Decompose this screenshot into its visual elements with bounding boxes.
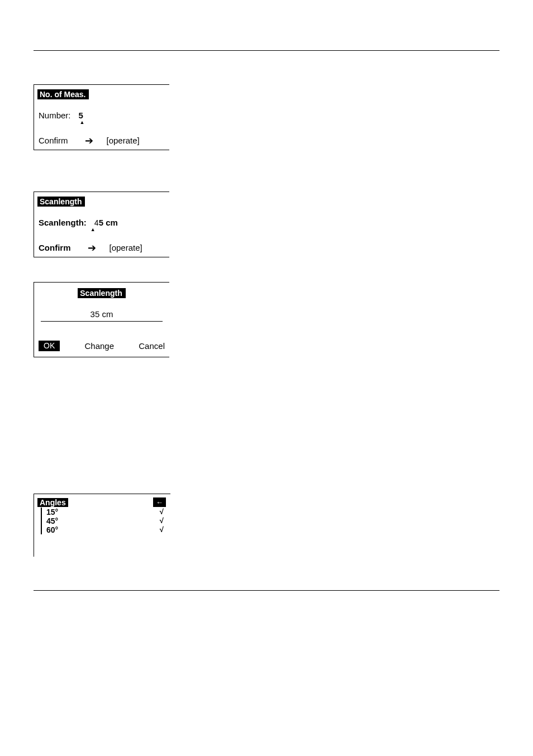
confirm-label[interactable]: Confirm	[39, 136, 68, 145]
button-row: OK Change Cancel	[37, 341, 166, 351]
caret-up-icon: ▲	[80, 120, 85, 125]
scanlength-digit-edit: 4	[94, 218, 99, 227]
check-icon: √	[160, 525, 166, 534]
angle-row-15[interactable]: 15° √	[41, 508, 166, 516]
scanlength-value-rest: 5 cm	[99, 218, 118, 227]
lcd-angles: Angles ← 15° √ 45° √ 60° √	[34, 494, 170, 557]
scanlength-display-value: 35 cm	[41, 309, 163, 319]
operate-label[interactable]: [operate]	[110, 243, 142, 252]
scanlength-label: Scanlength:	[39, 218, 87, 227]
angle-label: 60°	[46, 525, 58, 534]
scanlength-row: Scanlength: ▲ 45 cm	[37, 218, 166, 227]
lcd-no-of-meas: No. of Meas. Number: 5 ▲ Confirm ➔ [oper…	[34, 84, 169, 150]
ok-button[interactable]: OK	[39, 341, 60, 351]
lcd-scanlength-edit: Scanlength Scanlength: ▲ 45 cm Confirm ➔…	[34, 192, 169, 257]
scanlength-value-wrap[interactable]: ▲ 45 cm	[94, 218, 118, 227]
value-underline	[41, 321, 163, 322]
check-icon: √	[160, 516, 166, 525]
angle-row-45[interactable]: 45° √	[41, 516, 166, 525]
back-arrow-icon[interactable]: ←	[153, 497, 166, 507]
arrow-right-icon: ➔	[88, 244, 96, 252]
confirm-row: Confirm ➔ [operate]	[37, 243, 166, 252]
title-row: Scanlength	[37, 288, 166, 298]
angle-label: 15°	[46, 508, 58, 516]
angles-title: Angles	[37, 498, 68, 507]
check-icon: √	[160, 508, 166, 516]
angles-list: 15° √ 45° √ 60° √	[37, 508, 166, 534]
angles-header: Angles ←	[37, 497, 166, 507]
lcd-title-no-of-meas: No. of Meas.	[37, 89, 89, 99]
confirm-label[interactable]: Confirm	[39, 243, 71, 252]
lcd-scanlength-confirm: Scanlength 35 cm OK Change Cancel	[34, 282, 169, 357]
number-value-wrap[interactable]: 5 ▲	[79, 111, 83, 120]
confirm-row: Confirm ➔ [operate]	[37, 136, 166, 145]
footer-rule	[34, 590, 499, 591]
cancel-button[interactable]: Cancel	[139, 341, 165, 351]
caret-up-icon: ▲	[91, 227, 96, 232]
arrow-right-icon: ➔	[85, 137, 93, 145]
angle-label: 45°	[46, 516, 58, 525]
lcd-title-scanlength: Scanlength	[37, 197, 85, 207]
number-label: Number:	[39, 111, 71, 120]
change-button[interactable]: Change	[84, 341, 114, 351]
lcd-title-scanlength-confirm: Scanlength	[78, 288, 125, 298]
number-row: Number: 5 ▲	[37, 111, 166, 120]
operate-label[interactable]: [operate]	[107, 136, 140, 145]
angle-row-60[interactable]: 60° √	[41, 525, 166, 534]
number-value: 5	[79, 111, 83, 120]
